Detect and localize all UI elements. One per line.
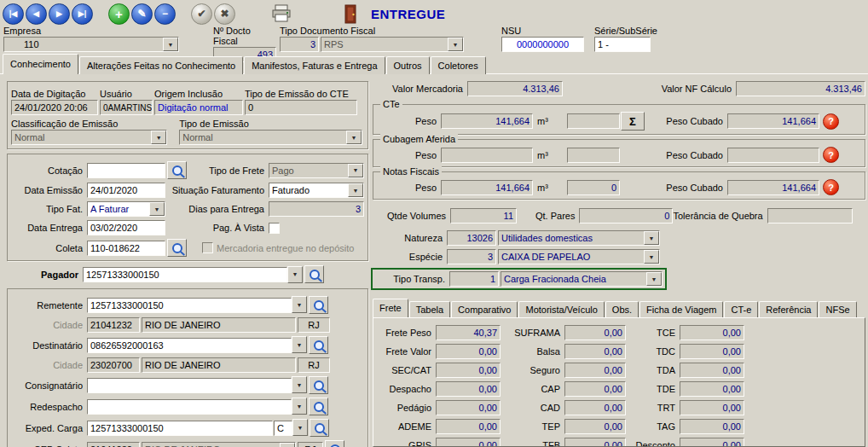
cancel-button[interactable]: ✖: [214, 3, 235, 25]
tipo-doc-fiscal-label: Tipo Documento Fiscal: [280, 26, 464, 36]
frete-field-value: 0,00: [436, 363, 501, 378]
nsu-value[interactable]: 0000000000: [501, 37, 584, 52]
edit-record-button[interactable]: ✎: [131, 3, 153, 25]
tab-outros[interactable]: Outros: [386, 56, 430, 74]
tab-manifestos[interactable]: Manifestos, Faturas e Entrega: [244, 56, 385, 74]
cotacao-field[interactable]: [87, 163, 165, 178]
cte-sum-button[interactable]: Σ: [621, 112, 645, 131]
dropdown-arrow-icon[interactable]: [348, 183, 363, 197]
cotacao-search-button[interactable]: [167, 161, 187, 179]
nav-prev-button[interactable]: ◀: [26, 3, 47, 25]
dropdown-arrow-icon[interactable]: [149, 202, 165, 216]
data-entrega-field[interactable]: 03/02/2020: [87, 220, 165, 235]
dropdown-arrow-icon[interactable]: [346, 131, 362, 144]
redespacho-search-button[interactable]: [309, 398, 328, 415]
pagador-search-button[interactable]: [304, 265, 324, 283]
remetente-dropdown-arrow-icon[interactable]: [292, 296, 307, 313]
tab-alteracoes[interactable]: Alterações Feitas no Conhecimento: [79, 56, 243, 74]
usuario-field: 0AMARTINS: [100, 100, 153, 115]
especie-desc: CAIXA DE PAPELAO: [501, 252, 644, 262]
coleta-field[interactable]: 110-018622: [87, 241, 165, 256]
dropdown-arrow-icon[interactable]: [644, 250, 659, 264]
cte-help-button[interactable]: ?: [823, 113, 839, 130]
mercadoria-entregue-checkbox[interactable]: [202, 242, 213, 253]
tipo-emissao-value: Normal: [182, 132, 346, 142]
tipo-emissao-combobox[interactable]: Normal: [179, 130, 362, 145]
tab-motorista-veiculo[interactable]: Motorista/Veículo: [518, 301, 604, 317]
tab-nfse[interactable]: NFSe: [819, 301, 856, 317]
nav-last-button[interactable]: ▶|: [72, 3, 93, 25]
pag-vista-checkbox[interactable]: [269, 223, 280, 234]
nav-next-button[interactable]: ▶: [49, 3, 70, 25]
tipo-emissao-cte-field: 0: [245, 100, 357, 115]
pagador-field[interactable]: 12571333000150: [83, 267, 287, 282]
destinatario-dropdown-arrow-icon[interactable]: [292, 336, 307, 353]
cep-coleta-cidade-combobox[interactable]: RIO DE JANEIRO: [142, 442, 296, 447]
dropdown-arrow-icon[interactable]: [448, 38, 463, 51]
cep-coleta-uf: RJ: [298, 442, 323, 447]
consignatario-search-button[interactable]: [309, 376, 328, 394]
tab-ficha-viagem[interactable]: Ficha de Viagem: [639, 301, 723, 317]
tab-conhecimento[interactable]: Conhecimento: [3, 54, 78, 74]
frete-grid-row: SEC/CAT0,00 Seguro0,00 TDA0,00: [377, 363, 861, 378]
add-record-button[interactable]: +: [108, 3, 130, 25]
dropdown-arrow-icon[interactable]: [644, 231, 659, 245]
tipo-frete-combobox[interactable]: Pago: [269, 163, 364, 178]
notas-help-button[interactable]: ?: [823, 179, 839, 195]
consignatario-field[interactable]: [87, 378, 292, 393]
exped-carga-combo-value[interactable]: C: [274, 421, 292, 436]
destinatario-search-button[interactable]: [309, 336, 328, 354]
dropdown-arrow-icon[interactable]: [646, 272, 662, 286]
frete-field-value: 0,00: [564, 325, 626, 340]
tipo-transp-combobox[interactable]: Carga Fracionada Cheia: [501, 271, 663, 287]
exped-carga-search-button[interactable]: [310, 419, 329, 437]
valor-nf-calculo-field: 4.313,46: [736, 81, 865, 96]
confirm-button[interactable]: ✔: [191, 3, 212, 25]
tipo-fat-combobox[interactable]: A Faturar: [87, 201, 165, 217]
delete-record-button[interactable]: −: [154, 3, 176, 25]
serie-value[interactable]: 1 -: [594, 37, 651, 52]
empresa-combobox[interactable]: 110: [3, 37, 179, 52]
print-button[interactable]: [271, 4, 292, 23]
cep-coleta-search-button[interactable]: [325, 440, 344, 447]
situacao-faturamento-combobox[interactable]: Faturado: [269, 183, 364, 198]
tab-frete[interactable]: Frete: [373, 299, 408, 317]
situacao-faturamento-value: Faturado: [272, 185, 348, 195]
frete-field-label: CAP: [509, 384, 564, 394]
usuario-label: Usuário: [100, 89, 153, 99]
tab-tabela[interactable]: Tabela: [409, 301, 450, 317]
dropdown-arrow-icon[interactable]: [163, 38, 178, 51]
classificacao-emissao-combobox[interactable]: Normal: [11, 130, 167, 145]
cotacao-label: Cotação: [11, 165, 87, 176]
cubagem-help-button[interactable]: ?: [823, 147, 839, 163]
exped-carga-field[interactable]: 12571333000150: [87, 421, 273, 436]
data-emissao-field[interactable]: 24/01/2020: [87, 183, 165, 198]
tab-comparativo[interactable]: Comparativo: [451, 301, 518, 317]
dropdown-arrow-icon[interactable]: [348, 164, 363, 177]
pagador-dropdown-arrow-icon[interactable]: [287, 266, 303, 283]
dropdown-arrow-icon[interactable]: [280, 443, 295, 447]
data-emissao-label: Data Emissão: [11, 185, 87, 195]
remetente-field[interactable]: 12571333000150: [87, 298, 292, 313]
tolerancia-field[interactable]: [767, 208, 853, 224]
frete-field-label: Despacho: [377, 384, 436, 394]
left-panel: Data de Digitação 24/01/2020 20:06 Usuár…: [7, 81, 368, 447]
frete-field-label: TDA: [634, 365, 680, 375]
tab-obs[interactable]: Obs.: [605, 301, 639, 317]
nav-first-button[interactable]: |◀: [3, 3, 24, 25]
coleta-search-button[interactable]: [167, 239, 187, 257]
redespacho-field[interactable]: [87, 399, 292, 415]
natureza-combobox[interactable]: Utilidades domesticas: [498, 230, 660, 246]
exped-carga-dropdown-arrow-icon[interactable]: [292, 419, 308, 436]
destinatario-field[interactable]: 08626592000163: [87, 338, 292, 353]
especie-combobox[interactable]: CAIXA DE PAPELAO: [498, 249, 660, 264]
remetente-search-button[interactable]: [309, 296, 328, 314]
consignatario-dropdown-arrow-icon[interactable]: [292, 376, 307, 393]
tab-cte[interactable]: CT-e: [724, 301, 758, 317]
tab-referencia[interactable]: Referência: [759, 301, 818, 317]
exit-button[interactable]: [344, 4, 357, 24]
tipo-doc-fiscal-combobox[interactable]: RPS: [321, 37, 464, 52]
dropdown-arrow-icon[interactable]: [151, 131, 166, 144]
tab-coletores[interactable]: Coletores: [431, 56, 486, 74]
redespacho-dropdown-arrow-icon[interactable]: [292, 398, 307, 415]
